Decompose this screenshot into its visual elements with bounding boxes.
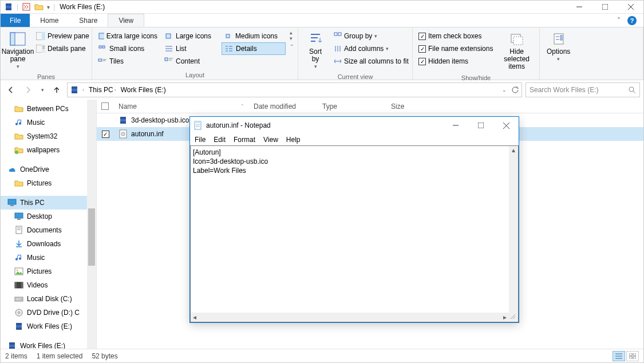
details-view-toggle[interactable] <box>613 351 625 361</box>
qat-divider: | <box>17 3 18 11</box>
preview-pane-button[interactable]: Preview pane <box>34 30 92 42</box>
notepad-menu-view[interactable]: View <box>263 136 278 144</box>
content-button[interactable]: Content <box>162 55 219 68</box>
notepad-menu-file[interactable]: File <box>195 136 206 144</box>
notepad-text-area[interactable]: [Autorun] Icon=3d-desktop-usb.ico Label=… <box>190 145 519 322</box>
ribbon-collapse-icon[interactable]: ˄ <box>617 17 621 25</box>
tree-local-disk[interactable]: Local Disk (C:) <box>1 292 96 306</box>
notepad-menu-edit[interactable]: Edit <box>214 136 226 144</box>
close-button[interactable] <box>618 1 643 14</box>
options-button[interactable]: Options ▾ <box>543 30 574 64</box>
navigation-pane-button[interactable]: Navigation pane ▾ <box>4 30 31 71</box>
qat-properties-icon[interactable] <box>22 2 31 11</box>
back-button[interactable] <box>4 83 18 97</box>
details-pane-button[interactable]: Details pane <box>34 42 92 55</box>
notepad-resize-grip[interactable] <box>509 313 518 322</box>
notepad-close-button[interactable] <box>493 117 519 134</box>
notepad-titlebar[interactable]: autorun.inf - Notepad <box>190 117 519 134</box>
hidden-items-toggle[interactable]: ✓Hidden items <box>416 55 495 68</box>
notepad-window[interactable]: autorun.inf - Notepad File Edit Format V… <box>189 116 519 323</box>
tab-share[interactable]: Share <box>69 14 108 27</box>
up-button[interactable] <box>50 83 64 97</box>
tree-documents[interactable]: Documents <box>1 223 96 237</box>
svg-rect-45 <box>513 37 523 45</box>
large-icons-button[interactable]: Large icons <box>162 30 219 42</box>
svg-point-65 <box>17 270 18 271</box>
address-bar[interactable]: › This PC› Work Files (E:) ⌄ <box>67 82 522 97</box>
notepad-vertical-scrollbar[interactable]: ▴ <box>509 146 518 313</box>
address-dropdown-icon[interactable]: ⌄ <box>502 87 507 93</box>
notepad-maximize-button[interactable] <box>468 117 493 134</box>
file-checkbox[interactable]: ✓ <box>102 131 109 138</box>
search-box[interactable]: Search Work Files (E:) <box>526 82 640 97</box>
notepad-horizontal-scrollbar[interactable]: ◂▸ <box>191 313 509 322</box>
extra-large-icons-button[interactable]: Extra large icons <box>96 30 160 42</box>
tree-downloads[interactable]: Downloads <box>1 237 96 251</box>
refresh-icon[interactable] <box>511 86 519 94</box>
group-by-button[interactable]: Group by▾ <box>331 30 411 42</box>
svg-rect-58 <box>10 205 14 206</box>
tree-videos[interactable]: Videos <box>1 278 96 292</box>
tree-pictures-onedrive[interactable]: Pictures <box>1 176 96 190</box>
tree-scrollbar[interactable] <box>87 100 96 352</box>
minimize-button[interactable] <box>566 1 592 14</box>
tree-between-pcs[interactable]: Between PCs <box>1 102 96 116</box>
tree-wallpapers[interactable]: wallpapers <box>1 143 96 157</box>
tree-dvd-drive[interactable]: DVD Drive (D:) C <box>1 306 96 319</box>
column-header-size[interactable]: Size <box>386 100 432 113</box>
qat-folder-icon[interactable] <box>34 2 44 11</box>
tree-work-files-pc[interactable]: Work Files (E:) <box>1 319 96 333</box>
layout-expand-icon[interactable]: ⌄ <box>290 41 294 47</box>
svg-rect-1 <box>6 6 11 8</box>
svg-line-100 <box>511 314 515 319</box>
details-view-button[interactable]: Details <box>222 42 286 55</box>
sort-by-button[interactable]: Sort by ▾ <box>302 30 329 71</box>
recent-locations-button[interactable]: ▾ <box>38 83 46 97</box>
drive-icon <box>14 322 23 331</box>
tree-pictures-pc[interactable]: Pictures <box>1 265 96 278</box>
navigation-tree[interactable]: Between PCs Music System32 wallpapers On… <box>1 100 97 352</box>
file-name: 3d-desktop-usb.ico <box>131 116 189 124</box>
thumbnails-view-toggle[interactable] <box>626 351 639 361</box>
forward-button[interactable] <box>21 83 35 97</box>
tree-onedrive[interactable]: OneDrive <box>1 163 96 176</box>
notepad-menu-help[interactable]: Help <box>286 136 301 144</box>
medium-icons-button[interactable]: Medium icons <box>222 30 286 42</box>
maximize-button[interactable] <box>592 1 618 14</box>
qat-divider2: | <box>53 3 55 11</box>
layout-more-icon2[interactable]: ▾ <box>290 35 294 41</box>
search-placeholder: Search Work Files (E:) <box>530 86 598 94</box>
tab-view[interactable]: View <box>108 14 144 27</box>
search-icon[interactable] <box>628 86 636 94</box>
tab-home[interactable]: Home <box>30 14 69 27</box>
hide-selected-items-button[interactable]: Hide selected items <box>497 30 536 72</box>
column-header-checkbox[interactable] <box>97 100 114 113</box>
tree-system32[interactable]: System32 <box>1 129 96 143</box>
notepad-menu-format[interactable]: Format <box>234 136 255 144</box>
computer-icon <box>7 198 17 207</box>
layout-more-icon[interactable]: ▴ <box>290 30 294 35</box>
add-columns-button[interactable]: Add columns▾ <box>331 42 411 55</box>
tab-file[interactable]: File <box>1 14 30 27</box>
file-name-extensions-toggle[interactable]: ✓File name extensions <box>416 42 495 55</box>
column-header-type[interactable]: Type <box>318 100 386 113</box>
small-icons-button[interactable]: Small icons <box>96 42 160 55</box>
disk-icon <box>14 294 23 303</box>
item-check-boxes-toggle[interactable]: ✓Item check boxes <box>416 30 495 42</box>
notepad-minimize-button[interactable] <box>443 117 468 134</box>
tree-music[interactable]: Music <box>1 116 96 129</box>
list-button[interactable]: List <box>162 42 219 55</box>
column-header-date[interactable]: Date modified <box>249 100 318 113</box>
breadcrumb-work-files[interactable]: Work Files (E:) <box>120 86 167 94</box>
chevron-right-icon[interactable]: › <box>82 87 84 93</box>
breadcrumb-this-pc[interactable]: This PC› <box>88 86 117 94</box>
svg-rect-59 <box>15 213 23 218</box>
tree-music-pc[interactable]: Music <box>1 251 96 265</box>
help-icon[interactable]: ? <box>627 16 637 25</box>
tree-desktop[interactable]: Desktop <box>1 210 96 223</box>
tree-this-pc[interactable]: This PC <box>1 196 96 210</box>
column-header-name[interactable]: Name˄ <box>114 100 249 113</box>
qat-chevron[interactable]: ▾ <box>47 4 50 10</box>
tiles-button[interactable]: Tiles <box>96 55 160 68</box>
size-columns-button[interactable]: Size all columns to fit <box>331 55 411 68</box>
